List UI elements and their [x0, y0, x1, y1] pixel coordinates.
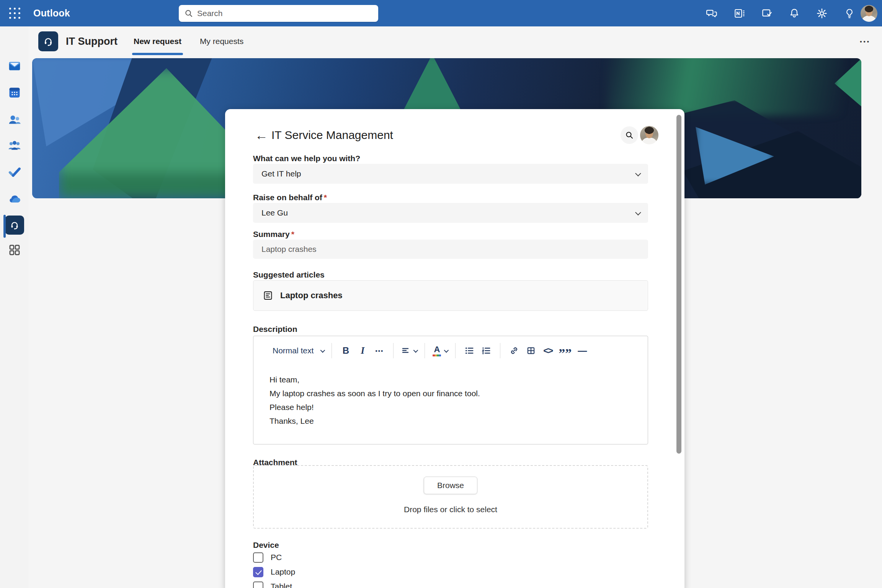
divider-button[interactable]: — — [574, 342, 591, 359]
more-options-icon[interactable]: ••• — [860, 26, 871, 56]
it-support-header: IT Support New request My requests ••• — [29, 26, 882, 56]
outlook-window: Outlook — [0, 0, 882, 588]
panel-search-button[interactable] — [621, 126, 638, 144]
notifications-bell-icon[interactable] — [786, 5, 802, 21]
topbar: Outlook — [0, 0, 882, 26]
checkbox-tablet[interactable] — [253, 581, 263, 588]
todo-check-icon — [8, 165, 21, 179]
checkbox-laptop[interactable] — [253, 567, 263, 577]
device-option-laptop[interactable]: Laptop — [253, 566, 406, 578]
dropzone-hint-text: Drop files or click to select — [254, 505, 647, 514]
rail-item-groups[interactable] — [0, 135, 29, 156]
suggested-article-item[interactable]: Laptop crashes — [253, 280, 648, 311]
text-style-dropdown[interactable]: Normal text — [266, 342, 326, 359]
tab-new-request[interactable]: New request — [132, 26, 183, 56]
tips-lightbulb-icon[interactable] — [841, 5, 858, 21]
quote-button[interactable]: ”” — [556, 342, 574, 359]
calendar-icon — [8, 86, 21, 100]
onenote-icon[interactable] — [731, 5, 747, 21]
bullet-list-icon — [464, 346, 474, 356]
onedrive-cloud-icon — [7, 192, 22, 206]
rail-item-todo[interactable] — [0, 161, 29, 183]
it-support-headset-icon — [5, 216, 24, 235]
app-title: IT Support — [66, 26, 118, 56]
mail-icon — [8, 59, 21, 73]
code-block-button[interactable]: <> — [539, 342, 556, 359]
editor-toolbar: Normal text B I ••• A — [266, 341, 591, 361]
rail-item-onedrive[interactable] — [0, 188, 29, 210]
bullet-list-button[interactable] — [461, 342, 478, 359]
panel-header: ← IT Service Management — [253, 126, 648, 144]
todo-tasks-icon[interactable] — [759, 5, 775, 21]
more-apps-grid-icon — [8, 243, 21, 256]
italic-button[interactable]: I — [354, 342, 371, 359]
device-field-label: Device — [253, 541, 648, 550]
description-field-label: Description — [253, 325, 648, 334]
rail-item-calendar[interactable] — [0, 82, 29, 103]
tab-my-requests[interactable]: My requests — [198, 26, 245, 56]
description-text[interactable]: Hi team, My laptop crashes as soon as I … — [270, 373, 629, 428]
numbered-list-icon — [481, 346, 491, 356]
attachment-dropzone[interactable]: Browse Drop files or click to select — [253, 465, 648, 529]
search-icon — [184, 9, 193, 18]
account-avatar[interactable] — [861, 5, 877, 22]
browse-button[interactable]: Browse — [424, 477, 477, 494]
more-formatting-button[interactable]: ••• — [371, 342, 388, 359]
feedback-chat-icon[interactable] — [704, 5, 720, 21]
summary-field-label: Summary* — [253, 230, 648, 239]
search-input[interactable] — [197, 9, 373, 18]
app-tabs: New request My requests — [132, 26, 245, 56]
align-left-icon — [401, 346, 410, 355]
device-option-pc[interactable]: PC — [253, 551, 406, 564]
help-field-label: What can we help you with? — [253, 154, 648, 163]
article-document-icon — [263, 290, 273, 301]
rail-item-more-apps[interactable] — [0, 239, 29, 261]
groups-icon — [8, 139, 21, 152]
chevron-down-icon — [444, 348, 449, 353]
device-option-tablet[interactable]: Tablet — [253, 580, 406, 588]
behalf-select[interactable]: Lee Gu — [253, 203, 648, 223]
people-icon — [8, 113, 21, 127]
app-launcher-waffle-icon[interactable] — [8, 6, 22, 21]
chevron-down-icon — [413, 348, 418, 353]
numbered-list-button[interactable] — [478, 342, 495, 359]
checkbox-pc[interactable] — [253, 552, 263, 563]
back-arrow-icon[interactable]: ← — [253, 127, 270, 144]
rail-item-mail[interactable] — [0, 56, 29, 77]
rail-item-people[interactable] — [0, 109, 29, 131]
panel-avatar[interactable] — [640, 126, 658, 144]
request-form-card: ← IT Service Management What can we help… — [225, 109, 684, 588]
topbar-icons — [704, 0, 858, 26]
outlook-wordmark: Outlook — [33, 0, 70, 26]
summary-input[interactable] — [253, 240, 648, 259]
bold-button[interactable]: B — [337, 342, 354, 359]
selected-app-indicator — [3, 215, 6, 238]
app-rail — [0, 26, 29, 588]
global-search[interactable] — [179, 5, 378, 22]
it-support-app-icon — [38, 31, 58, 51]
alignment-dropdown[interactable] — [399, 342, 419, 359]
text-color-icon: A — [433, 345, 441, 356]
insert-link-button[interactable] — [506, 342, 523, 359]
behalf-field-label: Raise on behalf of* — [253, 193, 648, 202]
chevron-down-icon — [635, 170, 641, 176]
search-icon — [625, 131, 634, 140]
settings-gear-icon[interactable] — [814, 5, 830, 21]
suggested-articles-label: Suggested articles — [253, 270, 648, 279]
table-icon — [526, 346, 536, 356]
link-icon — [509, 346, 519, 356]
rich-text-editor: Normal text B I ••• A — [253, 336, 648, 444]
card-scrollbar[interactable] — [676, 115, 681, 454]
chevron-down-icon — [320, 348, 325, 353]
help-select[interactable]: Get IT help — [253, 164, 648, 184]
page-title: IT Service Management — [271, 126, 393, 144]
text-color-dropdown[interactable]: A — [430, 342, 450, 359]
chevron-down-icon — [635, 209, 641, 216]
insert-table-button[interactable] — [523, 342, 539, 359]
